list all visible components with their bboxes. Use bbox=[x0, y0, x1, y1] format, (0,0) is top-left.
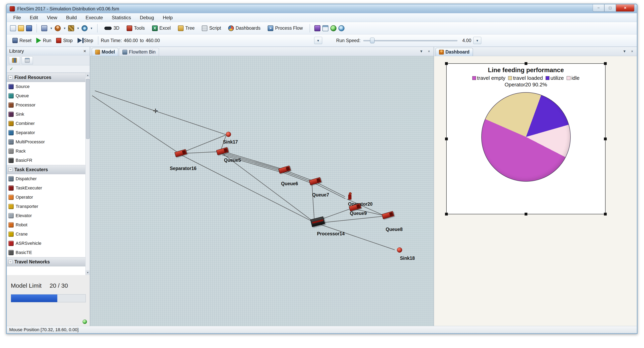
toolbar-button[interactable]: Dashboards bbox=[226, 24, 263, 32]
library-row[interactable]: Operator bbox=[7, 193, 85, 202]
minimize-button[interactable]: − bbox=[593, 5, 604, 12]
resize-handle[interactable] bbox=[445, 213, 448, 215]
maximize-button[interactable]: □ bbox=[604, 5, 616, 12]
flowitem-bin-icon[interactable] bbox=[314, 25, 320, 31]
online-content-icon[interactable] bbox=[338, 25, 344, 31]
library-row[interactable]: Fixed Resources bbox=[7, 73, 85, 82]
run-time-to[interactable]: 460.00 bbox=[146, 38, 160, 43]
library-row[interactable]: Rack bbox=[7, 147, 85, 156]
library-row[interactable]: Transporter bbox=[7, 202, 85, 211]
menu-item[interactable]: Execute bbox=[81, 14, 108, 21]
close-button[interactable]: × bbox=[616, 5, 634, 12]
library-row[interactable]: Travel Networks bbox=[7, 257, 85, 266]
run-speed-dropdown[interactable]: ▼ bbox=[473, 37, 481, 44]
resize-handle[interactable] bbox=[524, 213, 528, 215]
tab-close-icon[interactable]: × bbox=[426, 49, 432, 54]
library-books-icon bbox=[12, 58, 17, 63]
resize-handle[interactable] bbox=[445, 62, 448, 65]
step-button[interactable]: Step bbox=[75, 37, 96, 45]
create-objects-icon[interactable] bbox=[68, 25, 74, 31]
model-object-label: Queue6 bbox=[281, 181, 298, 186]
run-time-dropdown[interactable]: ▼ bbox=[314, 37, 322, 44]
legend-label: travel loaded bbox=[513, 75, 543, 81]
dashboard-content[interactable]: Line feeding performance travel empty tr… bbox=[434, 56, 637, 326]
scrollbar-thumb[interactable] bbox=[86, 79, 90, 139]
collapse-icon[interactable] bbox=[8, 260, 12, 264]
toolbar-button[interactable]: Tools bbox=[124, 24, 147, 32]
menu-item[interactable]: Build bbox=[62, 14, 81, 21]
dashboard-close-icon[interactable]: × bbox=[629, 49, 635, 54]
crosshair-cursor-icon: ✛ bbox=[153, 107, 158, 115]
library-row[interactable]: Robot bbox=[7, 220, 85, 229]
scroll-up-icon[interactable]: ▲ bbox=[86, 73, 90, 78]
library-row[interactable]: Processor bbox=[7, 100, 85, 110]
collapse-icon[interactable] bbox=[8, 168, 12, 172]
chevron-down-icon[interactable]: ▼ bbox=[77, 27, 80, 30]
menu-item[interactable]: Edit bbox=[26, 14, 42, 21]
resize-handle[interactable] bbox=[445, 138, 448, 140]
menu-item[interactable]: Help bbox=[158, 14, 177, 21]
scroll-down-icon[interactable]: ▼ bbox=[86, 270, 90, 275]
run-time-from[interactable]: 460.00 bbox=[124, 38, 138, 43]
library-row[interactable]: Source bbox=[7, 82, 85, 91]
toolbar-button[interactable]: 3D bbox=[102, 24, 122, 32]
model-3d-view[interactable]: ✛ Separator16 Queue5 bbox=[90, 56, 434, 326]
library-row[interactable]: ASRSvehicle bbox=[7, 239, 85, 248]
toolbar-button[interactable]: Script bbox=[199, 24, 224, 32]
chevron-down-icon[interactable]: ▼ bbox=[90, 27, 93, 30]
library-row[interactable]: Elevator bbox=[7, 211, 85, 220]
library-row[interactable]: BasicTE bbox=[7, 248, 85, 257]
run-speed-value[interactable]: 4.00 bbox=[462, 38, 471, 43]
library-row[interactable]: TaskExecuter bbox=[7, 183, 85, 193]
pie-chart-widget[interactable]: Line feeding performance travel empty tr… bbox=[446, 63, 606, 214]
new-model-icon[interactable] bbox=[10, 25, 16, 31]
slider-handle[interactable] bbox=[370, 38, 374, 43]
properties-tab[interactable] bbox=[22, 56, 33, 64]
status-ball-icon[interactable] bbox=[82, 319, 87, 324]
library-row[interactable]: Crane bbox=[7, 229, 85, 239]
reset-button[interactable]: Reset bbox=[10, 37, 34, 45]
dashboard-dropdown-icon[interactable]: ▼ bbox=[621, 49, 628, 54]
library-row[interactable]: Task Executers bbox=[7, 165, 85, 174]
dashboard-tab[interactable]: Dashboard bbox=[436, 48, 473, 56]
library-close-icon[interactable]: × bbox=[82, 48, 87, 54]
toolbar-button[interactable]: Tree bbox=[176, 24, 197, 32]
menu-item[interactable]: View bbox=[42, 14, 62, 21]
create-operator-icon[interactable] bbox=[55, 25, 61, 31]
resize-handle[interactable] bbox=[604, 213, 607, 215]
run-speed-slider[interactable] bbox=[363, 37, 458, 44]
windows-icon[interactable] bbox=[322, 25, 328, 31]
chevron-down-icon[interactable]: ▼ bbox=[63, 27, 66, 30]
workspace-tab[interactable]: FlowItem Bin bbox=[119, 48, 159, 56]
toolbar-separator bbox=[97, 24, 98, 33]
library-row[interactable]: Queue bbox=[7, 91, 85, 100]
library-scrollbar[interactable]: ▲ ▼ bbox=[85, 73, 90, 275]
resize-handle[interactable] bbox=[604, 62, 607, 65]
workspace-tab[interactable]: Model bbox=[92, 48, 118, 56]
library-row[interactable]: MultiProcessor bbox=[7, 137, 85, 147]
tab-list-dropdown-icon[interactable]: ▼ bbox=[418, 49, 425, 54]
library-row[interactable]: Dispatcher bbox=[7, 174, 85, 183]
library-filter-row[interactable]: ✓ bbox=[7, 65, 90, 73]
resize-handle[interactable] bbox=[604, 138, 607, 140]
travel-network-icon[interactable] bbox=[82, 25, 88, 31]
open-model-icon[interactable] bbox=[18, 25, 24, 31]
help-status-icon[interactable] bbox=[330, 25, 336, 31]
resize-handle[interactable] bbox=[524, 62, 528, 65]
library-row[interactable]: BasicFR bbox=[7, 156, 85, 165]
menu-item[interactable]: Statistics bbox=[108, 14, 136, 21]
run-button[interactable]: Run bbox=[34, 37, 54, 45]
build-flow-icon[interactable] bbox=[41, 25, 47, 31]
chevron-down-icon[interactable]: ▼ bbox=[50, 27, 53, 30]
library-row[interactable]: Separator bbox=[7, 128, 85, 137]
menu-item[interactable]: Debug bbox=[136, 14, 158, 21]
toolbar-button[interactable]: Excel bbox=[150, 24, 173, 32]
stop-button[interactable]: Stop bbox=[54, 37, 75, 45]
save-model-icon[interactable] bbox=[26, 25, 32, 31]
toolbar-button[interactable]: Process Flow bbox=[265, 24, 305, 32]
library-row[interactable]: Sink bbox=[7, 110, 85, 119]
library-row[interactable]: Combiner bbox=[7, 119, 85, 128]
menu-item[interactable]: File bbox=[9, 14, 26, 21]
library-tab[interactable] bbox=[9, 56, 20, 64]
collapse-icon[interactable] bbox=[8, 75, 12, 79]
